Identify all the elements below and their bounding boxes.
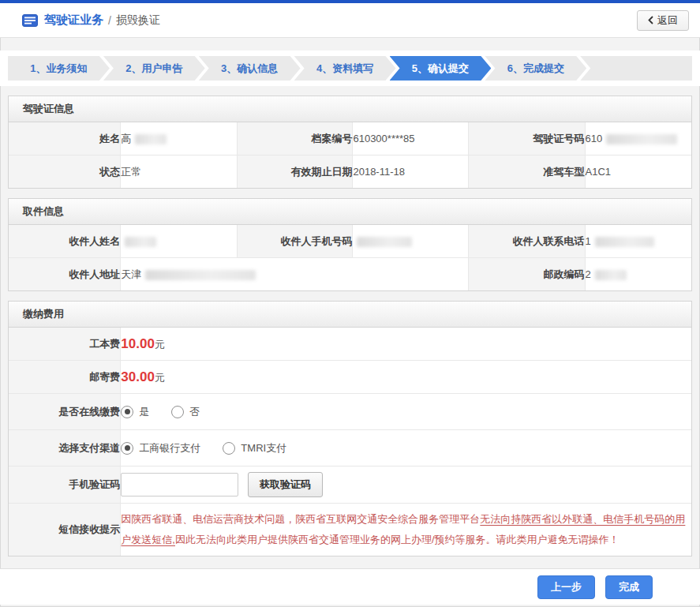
step-wizard: 1、业务须知 2、用户申告 3、确认信息 4、资料填写 5、确认提交 6、完成提… <box>0 51 700 86</box>
postage-label: 邮寄费 <box>9 361 121 394</box>
page-header: 驾驶证业务 / 损毁换证 返回 <box>0 3 700 38</box>
table-row: 收件人姓名 收件人手机号码 收件人联系电话 1 <box>9 225 691 258</box>
status-value: 正常 <box>121 155 238 189</box>
back-button-label: 返回 <box>657 13 678 28</box>
fees-panel: 缴纳费用 工本费 10.00元 邮寄费 30.00元 是否在线缴费 是 否 <box>8 301 692 556</box>
license-section-title: 驾驶证信息 <box>9 96 691 122</box>
redacted-value <box>357 237 412 247</box>
redacted-value <box>135 134 167 144</box>
step-2-user-declaration: 2、用户申告 <box>103 56 205 81</box>
redacted-value <box>595 270 627 280</box>
step-1-business-notes: 1、业务须知 <box>8 56 110 81</box>
table-row: 手机验证码 获取验证码 <box>9 466 691 504</box>
table-row: 邮寄费 30.00元 <box>9 361 691 394</box>
get-code-button[interactable]: 获取验证码 <box>248 472 323 497</box>
postage-value: 30.00元 <box>121 361 691 394</box>
recipient-name-label: 收件人姓名 <box>9 225 121 258</box>
postage-amount: 30.00 <box>121 369 155 384</box>
license-no-value: 610 <box>585 122 691 155</box>
recipient-address-value: 天津 <box>121 258 468 291</box>
work-fee-unit: 元 <box>155 339 165 350</box>
sms-code-value-cell: 获取验证码 <box>121 466 691 504</box>
step-3-confirm-info: 3、确认信息 <box>199 56 301 81</box>
radio-label: 工商银行支付 <box>139 441 200 455</box>
redacted-value <box>595 237 654 247</box>
radio-option-icbc[interactable]: 工商银行支付 <box>121 441 200 455</box>
redacted-value <box>145 270 256 280</box>
online-pay-value: 是 否 <box>121 394 691 430</box>
license-form-icon <box>22 14 38 27</box>
pay-channel-options: 工商银行支付 TMRI支付 <box>121 441 691 455</box>
work-fee-label: 工本费 <box>9 328 121 361</box>
table-row: 短信接收提示 因陕西省联通、电信运营商技术问题，陕西省互联网交通安全综合服务管理… <box>9 504 691 556</box>
pay-channel-label: 选择支付渠道 <box>9 430 121 466</box>
file-no-label: 档案编号 <box>238 122 353 155</box>
work-fee-amount: 10.00 <box>121 336 155 351</box>
sms-notice-label: 短信接收提示 <box>9 504 121 556</box>
recipient-name-value <box>121 225 238 258</box>
table-row: 选择支付渠道 工商银行支付 TMRI支付 <box>9 430 691 466</box>
page-title: 驾驶证业务 <box>44 13 103 28</box>
name-label: 姓名 <box>9 122 121 155</box>
radio-label: 是 <box>139 405 149 419</box>
sms-code-label: 手机验证码 <box>9 466 121 504</box>
table-row: 姓名 高 档案编号 610300****85 驾驶证号码 610 <box>9 122 691 155</box>
finish-button[interactable]: 完成 <box>605 575 653 599</box>
chevron-left-icon <box>648 16 653 24</box>
license-no-label: 驾驶证号码 <box>468 122 585 155</box>
radio-option-yes[interactable]: 是 <box>121 405 149 419</box>
status-label: 状态 <box>9 155 121 189</box>
file-no-value: 610300****85 <box>353 122 468 155</box>
vehicle-class-value: A1C1 <box>585 155 691 189</box>
table-row: 状态 正常 有效期止日期 2018-11-18 准驾车型 A1C1 <box>9 155 691 189</box>
step-6-complete-submit: 6、完成提交 <box>485 56 586 81</box>
radio-label: TMRI支付 <box>241 441 286 455</box>
pay-channel-value: 工商银行支付 TMRI支付 <box>121 430 691 466</box>
radio-option-tmri[interactable]: TMRI支付 <box>223 441 286 455</box>
recipient-address-label: 收件人地址 <box>9 258 121 291</box>
postcode-label: 邮政编码 <box>468 258 585 291</box>
breadcrumb-current: 损毁换证 <box>116 13 160 28</box>
pickup-section-title: 取件信息 <box>9 199 691 225</box>
table-row: 收件人地址 天津 邮政编码 2 <box>9 258 691 291</box>
license-info-panel: 驾驶证信息 姓名 高 档案编号 610300****85 驾驶证号码 610 状… <box>8 96 692 189</box>
postcode-value: 2 <box>585 258 691 291</box>
sms-code-input[interactable] <box>121 473 238 496</box>
radio-checked-icon <box>121 442 133 455</box>
online-pay-label: 是否在线缴费 <box>9 394 121 430</box>
expiry-value: 2018-11-18 <box>353 155 468 189</box>
redacted-value <box>606 134 677 144</box>
sms-notice-text: 因陕西省联通、电信运营商技术问题，陕西省互联网交通安全综合服务管理平台无法向持陕… <box>121 504 691 556</box>
fees-section-title: 缴纳费用 <box>9 302 691 328</box>
footer-actions: 上一步 完成 <box>0 568 700 605</box>
back-button[interactable]: 返回 <box>637 10 689 31</box>
step-4-fill-materials: 4、资料填写 <box>294 56 396 81</box>
radio-unchecked-icon <box>171 406 184 418</box>
license-table: 姓名 高 档案编号 610300****85 驾驶证号码 610 状态 正常 有… <box>9 122 691 188</box>
postage-unit: 元 <box>155 372 165 384</box>
step-filler <box>580 56 692 81</box>
pickup-info-panel: 取件信息 收件人姓名 收件人手机号码 收件人联系电话 1 收件人地址 天津 邮政… <box>8 198 692 291</box>
radio-label: 否 <box>189 405 200 419</box>
fees-table: 工本费 10.00元 邮寄费 30.00元 是否在线缴费 是 否 <box>9 328 691 556</box>
online-pay-options: 是 否 <box>121 405 691 419</box>
previous-step-button[interactable]: 上一步 <box>537 575 595 599</box>
recipient-phone-label: 收件人联系电话 <box>468 225 585 258</box>
vehicle-class-label: 准驾车型 <box>468 155 585 189</box>
redacted-value <box>125 237 156 247</box>
radio-unchecked-icon <box>223 442 235 455</box>
radio-option-no[interactable]: 否 <box>171 405 200 419</box>
radio-checked-icon <box>121 406 133 418</box>
table-row: 工本费 10.00元 <box>9 328 691 361</box>
name-value: 高 <box>121 122 238 155</box>
breadcrumb-separator: / <box>108 14 111 27</box>
expiry-label: 有效期止日期 <box>238 155 353 189</box>
recipient-mobile-value <box>353 225 468 258</box>
pickup-table: 收件人姓名 收件人手机号码 收件人联系电话 1 收件人地址 天津 邮政编码 2 <box>9 225 691 290</box>
recipient-mobile-label: 收件人手机号码 <box>238 225 353 258</box>
table-row: 是否在线缴费 是 否 <box>9 394 691 430</box>
step-5-confirm-submit-active: 5、确认提交 <box>390 56 492 81</box>
recipient-phone-value: 1 <box>585 225 691 258</box>
work-fee-value: 10.00元 <box>121 328 691 361</box>
